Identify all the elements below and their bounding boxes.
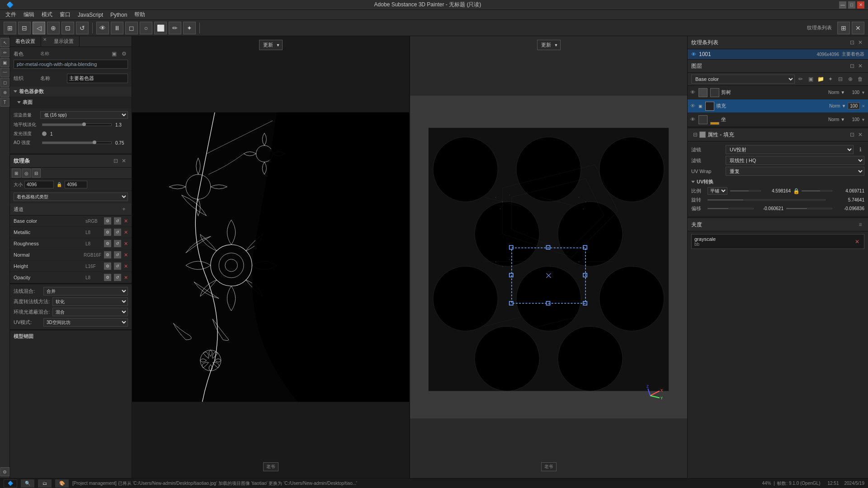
channel-remove-basecolor[interactable]: ✕ — [124, 218, 128, 224]
tool-erase[interactable]: ◻ — [0, 78, 9, 87]
uv-rotation-slider[interactable] — [708, 199, 826, 201]
lock-icon[interactable]: 🔒 — [56, 181, 63, 188]
surface-header[interactable]: 表面 — [10, 97, 132, 108]
texture-section-settings[interactable]: ≡ — [856, 221, 864, 229]
toolbar-fx-btn[interactable]: ✦ — [183, 22, 196, 34]
tool-clone[interactable]: ⊕ — [0, 88, 9, 97]
viewport-right-label[interactable]: 老爷 — [541, 462, 557, 471]
taskbar-icon-1[interactable]: 🔍 — [21, 479, 34, 488]
layer-add-paint-btn[interactable]: ✏ — [797, 75, 805, 83]
channel-settings-basecolor[interactable]: ⚙ — [104, 217, 111, 225]
toolbar-close-panel-btn[interactable]: ✕ — [852, 22, 864, 34]
tool-text[interactable]: T — [0, 98, 9, 107]
texture-tag-close[interactable]: ✕ — [853, 238, 861, 246]
channel-refresh-roughness[interactable]: ↺ — [114, 240, 121, 247]
layer-eye-0[interactable]: 👁 — [690, 89, 697, 96]
layer-add-effect-btn[interactable]: ✦ — [826, 75, 835, 83]
close-btn[interactable]: ✕ — [857, 1, 864, 9]
maximize-btn[interactable]: □ — [848, 1, 855, 9]
channel-settings-metallic[interactable]: ⚙ — [104, 229, 111, 236]
uv-offset-x-slider[interactable] — [708, 208, 754, 209]
tool-fill[interactable]: ▣ — [0, 58, 9, 67]
texture-set-close[interactable]: ✕ — [856, 38, 864, 47]
tab-display-settings[interactable]: 显示设置 — [48, 36, 80, 47]
channel-remove-normal[interactable]: ✕ — [124, 252, 128, 258]
properties-expand[interactable]: ⊡ — [848, 131, 856, 139]
channel-refresh-normal[interactable]: ↺ — [114, 251, 121, 258]
properties-close[interactable]: ✕ — [856, 131, 864, 139]
toolbar-nav-btn[interactable]: ◁ — [33, 22, 45, 34]
uv-scale-y-slider[interactable] — [802, 190, 832, 192]
toolbar-grid2-btn[interactable]: ⊟ — [18, 22, 31, 34]
texture-set-row[interactable]: 👁 1001 4096x4096 主要着色器 — [688, 49, 868, 60]
shader-settings-btn[interactable]: ⚙ — [120, 50, 128, 58]
menu-file[interactable]: 文件 — [2, 10, 20, 19]
viewport-left[interactable]: 更新 ▼ — [132, 36, 410, 478]
render-quality-select[interactable]: 低 (16 spp) — [40, 111, 128, 119]
viewport-left-label[interactable]: 老爷 — [263, 462, 278, 471]
size-height-input[interactable]: 4096 — [65, 181, 87, 188]
format-select[interactable]: 着色器格式类型 — [14, 192, 128, 201]
tool-paint[interactable]: ✏ — [0, 48, 9, 57]
layer-add-mask-btn[interactable]: ⊟ — [836, 75, 844, 83]
prop-icon-btn[interactable]: ⊟ — [691, 131, 699, 139]
toolbar-frame-btn[interactable]: ⊡ — [61, 22, 74, 34]
layers-close[interactable]: ✕ — [856, 62, 864, 70]
toolbar-panel-btn[interactable]: ⊞ — [837, 22, 850, 34]
toolbar-cube-btn[interactable]: ◻ — [125, 22, 138, 34]
layer-row-0[interactable]: 👁 剪树 Norm ▼ 100 ▼ — [688, 86, 868, 99]
taskbar-icon-3[interactable]: 🎨 — [55, 479, 69, 488]
channels-close-btn[interactable]: ✕ — [120, 157, 128, 165]
menu-mode[interactable]: 模式 — [38, 10, 56, 19]
tool-select[interactable]: ↖ — [0, 38, 9, 47]
channel-add-btn[interactable]: + — [120, 205, 128, 213]
layer-close-1[interactable]: ✕ — [862, 104, 865, 108]
uv-scale-x-slider[interactable] — [730, 190, 761, 192]
toolbar-plane-btn[interactable]: ⬜ — [154, 22, 167, 34]
channels-grid-btn[interactable]: ⊟ — [32, 169, 41, 178]
uv-lock-icon[interactable]: 🔒 — [793, 188, 799, 194]
ao-slider[interactable] — [42, 141, 112, 144]
layer-add-fill-btn[interactable]: ▣ — [807, 75, 815, 83]
texture-visibility-icon[interactable]: 👁 — [691, 52, 696, 57]
prop-wrap-select[interactable]: 重复 — [726, 167, 864, 176]
layer-row-1[interactable]: 👁 ▣ 填充 Norm ▼ 100 ✕ — [688, 99, 868, 113]
uv-scale-mode[interactable]: 平铺 — [708, 187, 727, 195]
menu-python[interactable]: Python — [107, 11, 131, 19]
menu-edit[interactable]: 编辑 — [20, 10, 38, 19]
channel-settings-normal[interactable]: ⚙ — [104, 251, 111, 258]
viewport-right-selector[interactable]: 更新 ▼ — [537, 40, 561, 50]
layer-add-anchor-btn[interactable]: ⊕ — [846, 75, 854, 83]
prop-filter-select[interactable]: UV投射 — [726, 145, 854, 154]
viewport-right[interactable]: 更新 ▼ — [410, 36, 687, 478]
uv-offset-y-slider[interactable] — [786, 208, 832, 209]
channel-refresh-opacity[interactable]: ↺ — [114, 274, 121, 281]
prop-blend-select[interactable]: 双线性 | HQ — [726, 156, 864, 165]
toolbar-paint-btn[interactable]: ✏ — [169, 22, 181, 34]
layer-delete-btn[interactable]: 🗑 — [856, 75, 864, 83]
shader-icon-btn[interactable]: ▣ — [110, 50, 118, 58]
horizon-fade-slider[interactable] — [42, 123, 112, 126]
minimize-btn[interactable]: — — [839, 1, 846, 9]
taskbar-icon-2[interactable]: 🗂 — [38, 479, 52, 488]
uv-transform-header[interactable]: UV转换 — [691, 178, 864, 185]
env-blend-select[interactable]: 混合 — [52, 308, 128, 316]
channel-refresh-basecolor[interactable]: ↺ — [114, 217, 121, 225]
prop-filter-info[interactable]: ℹ — [856, 145, 864, 154]
toolbar-sphere-btn[interactable]: ○ — [140, 22, 152, 34]
tool-settings[interactable]: ⚙ — [0, 467, 9, 476]
channels-raster-btn[interactable]: ⊞ — [12, 169, 21, 178]
tab-shader-settings[interactable]: 着色设置 — [10, 36, 41, 47]
height-method-select[interactable]: 软化 — [52, 297, 128, 306]
channel-settings-roughness[interactable]: ⚙ — [104, 240, 111, 247]
texture-set-expand[interactable]: ⊡ — [848, 38, 856, 47]
layer-row-2[interactable]: 👁 坐 Norm ▼ 100 ▼ — [688, 113, 868, 127]
layers-filter-select[interactable]: Base color — [691, 75, 795, 84]
channel-remove-opacity[interactable]: ✕ — [124, 275, 128, 281]
name-value[interactable]: 主要着色器 — [67, 74, 128, 83]
channel-settings-height[interactable]: ⚙ — [104, 263, 111, 270]
shader-params-header[interactable]: 着色器参数 — [10, 86, 132, 97]
channel-settings-opacity[interactable]: ⚙ — [104, 274, 111, 281]
toolbar-eye-btn[interactable]: 👁 — [96, 22, 109, 34]
channels-expand-btn[interactable]: ⊡ — [112, 157, 120, 165]
